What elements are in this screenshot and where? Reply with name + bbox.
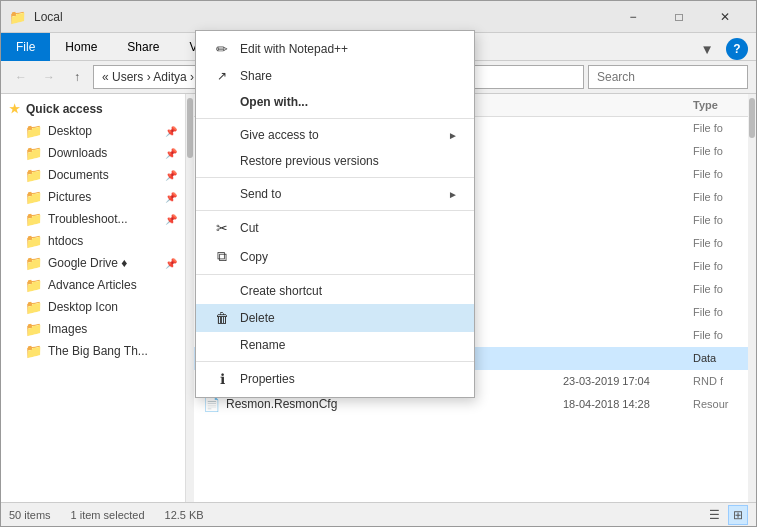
ctx-edit-notepad[interactable]: ✏ Edit with Notepad++ (196, 35, 474, 63)
tab-home[interactable]: Home (50, 33, 112, 61)
pin-icon: 📌 (165, 148, 177, 159)
title-bar: 📁 Local − □ ✕ (1, 1, 756, 33)
ctx-separator-4 (196, 274, 474, 275)
ctx-separator-3 (196, 210, 474, 211)
folder-icon: 📁 (25, 343, 42, 359)
col-header-type[interactable]: Type (693, 99, 748, 111)
file-date: 23-03-2019 17:04 (563, 375, 693, 387)
cut-icon: ✂ (212, 220, 232, 236)
file-type: File fo (693, 283, 748, 295)
window-title: Local (34, 10, 610, 24)
tab-file[interactable]: File (1, 33, 50, 61)
file-type: File fo (693, 306, 748, 318)
file-type: File fo (693, 237, 748, 249)
file-type: RND f (693, 375, 748, 387)
window: 📁 Local − □ ✕ File Home Share View ▼ ? ←… (0, 0, 757, 527)
sidebar-item-advance[interactable]: 📁 Advance Articles (1, 274, 185, 296)
sidebar-item-desktopicon[interactable]: 📁 Desktop Icon (1, 296, 185, 318)
close-button[interactable]: ✕ (702, 1, 748, 33)
sidebar-label-images: Images (48, 322, 87, 336)
star-icon: ★ (9, 102, 20, 116)
sidebar-label-googledrive: Google Drive ♦ (48, 256, 128, 270)
file-type: File fo (693, 260, 748, 272)
ctx-separator-2 (196, 177, 474, 178)
notepad-icon: ✏ (212, 41, 232, 57)
title-bar-icons: 📁 (9, 9, 26, 25)
view-controls: ☰ ⊞ (704, 505, 748, 525)
pin-icon: 📌 (165, 192, 177, 203)
ctx-send-to[interactable]: Send to ► (196, 181, 474, 207)
back-button[interactable]: ← (9, 65, 33, 89)
sidebar-item-bigbang[interactable]: 📁 The Big Bang Th... (1, 340, 185, 362)
ctx-give-access[interactable]: Give access to ► (196, 122, 474, 148)
sidebar-scrollbar (186, 94, 194, 502)
minimize-button[interactable]: − (610, 1, 656, 33)
folder-icon: 📁 (25, 321, 42, 337)
properties-icon: ℹ (212, 371, 232, 387)
file-scroll-thumb[interactable] (749, 98, 755, 138)
forward-button[interactable]: → (37, 65, 61, 89)
folder-icon: 📁 (25, 233, 42, 249)
details-view-button[interactable]: ☰ (704, 505, 724, 525)
pin-icon: 📌 (165, 170, 177, 181)
ctx-delete-label: Delete (240, 311, 275, 325)
file-type: File fo (693, 329, 748, 341)
sidebar: ★ Quick access 📁 Desktop 📌 📁 Downloads 📌… (1, 94, 186, 502)
delete-icon: 🗑 (212, 310, 232, 326)
ctx-open-with[interactable]: Open with... (196, 89, 474, 115)
selected-info: 1 item selected (71, 509, 145, 521)
sidebar-item-googledrive[interactable]: 📁 Google Drive ♦ 📌 (1, 252, 185, 274)
ctx-properties[interactable]: ℹ Properties (196, 365, 474, 393)
search-input[interactable] (588, 65, 748, 89)
folder-icon: 📁 (25, 299, 42, 315)
sidebar-scroll-thumb[interactable] (187, 98, 193, 158)
ctx-rename[interactable]: Rename (196, 332, 474, 358)
folder-icon: 📁 (25, 167, 42, 183)
sidebar-item-troubleshoot[interactable]: 📁 Troubleshoot... 📌 (1, 208, 185, 230)
folder-icon: 📁 (25, 145, 42, 161)
pin-icon: 📌 (165, 214, 177, 225)
file-type: Resour (693, 398, 748, 410)
sidebar-label-pictures: Pictures (48, 190, 91, 204)
ctx-rename-label: Rename (240, 338, 285, 352)
quick-access-label: Quick access (26, 102, 103, 116)
ctx-delete[interactable]: 🗑 Delete (196, 304, 474, 332)
sidebar-label-documents: Documents (48, 168, 109, 182)
sidebar-item-documents[interactable]: 📁 Documents 📌 (1, 164, 185, 186)
folder-icon: 📁 (25, 255, 42, 271)
ctx-cut[interactable]: ✂ Cut (196, 214, 474, 242)
file-type: File fo (693, 168, 748, 180)
folder-icon: 📁 (25, 277, 42, 293)
ctx-restore-label: Restore previous versions (240, 154, 379, 168)
items-count: 50 items (9, 509, 51, 521)
ctx-restore[interactable]: Restore previous versions (196, 148, 474, 174)
tab-share[interactable]: Share (112, 33, 174, 61)
ctx-share[interactable]: ↗ Share (196, 63, 474, 89)
share-icon: ↗ (212, 69, 232, 83)
ctx-create-shortcut[interactable]: Create shortcut (196, 278, 474, 304)
file-date: 18-04-2018 14:28 (563, 398, 693, 410)
sidebar-item-htdocs[interactable]: 📁 htdocs (1, 230, 185, 252)
quick-access-header[interactable]: ★ Quick access (1, 98, 185, 120)
sidebar-item-images[interactable]: 📁 Images (1, 318, 185, 340)
ctx-cut-label: Cut (240, 221, 259, 235)
sidebar-label-htdocs: htdocs (48, 234, 83, 248)
sidebar-item-downloads[interactable]: 📁 Downloads 📌 (1, 142, 185, 164)
ctx-copy[interactable]: ⧉ Copy (196, 242, 474, 271)
pin-icon: 📌 (165, 126, 177, 137)
sidebar-item-pictures[interactable]: 📁 Pictures 📌 (1, 186, 185, 208)
maximize-button[interactable]: □ (656, 1, 702, 33)
window-icon: 📁 (9, 9, 26, 25)
ctx-send-to-label: Send to (240, 187, 281, 201)
file-type: Data (693, 352, 748, 364)
file-type: File fo (693, 191, 748, 203)
ctx-copy-label: Copy (240, 250, 268, 264)
ctx-separator-1 (196, 118, 474, 119)
ribbon-collapse-button[interactable]: ▼ (696, 38, 718, 60)
sidebar-item-desktop[interactable]: 📁 Desktop 📌 (1, 120, 185, 142)
file-type: File fo (693, 214, 748, 226)
tiles-view-button[interactable]: ⊞ (728, 505, 748, 525)
help-button[interactable]: ? (726, 38, 748, 60)
up-button[interactable]: ↑ (65, 65, 89, 89)
copy-icon: ⧉ (212, 248, 232, 265)
